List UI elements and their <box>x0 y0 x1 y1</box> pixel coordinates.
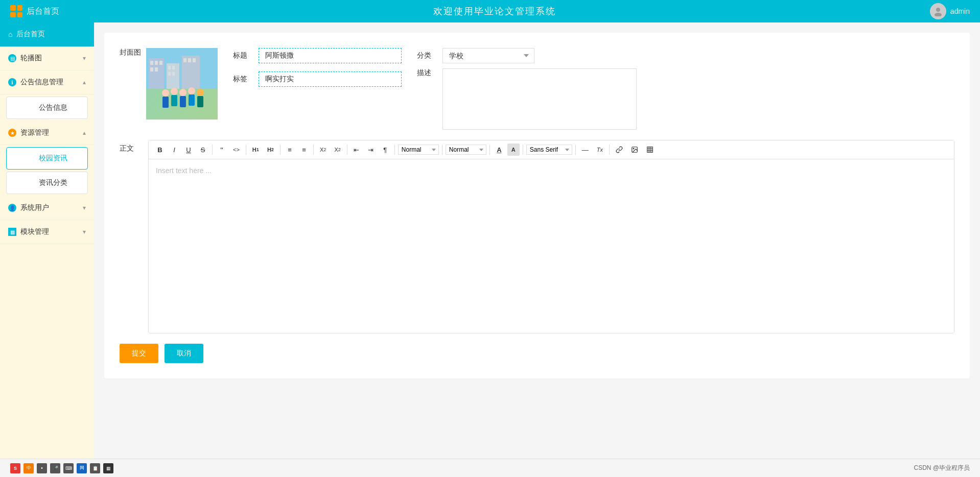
notice-icon: ℹ <box>8 78 16 86</box>
svg-point-31 <box>633 148 634 149</box>
toolbar-underline[interactable]: U <box>182 144 195 156</box>
user-icon: 👤 <box>8 204 16 212</box>
sidebar-item-home[interactable]: ⌂ 后台首页 <box>0 22 94 46</box>
home-nav-label: 后台首页 <box>27 6 59 17</box>
title-input[interactable] <box>259 48 402 63</box>
sidebar-item-carousel[interactable]: ▤ 轮播图 ▾ <box>0 46 94 70</box>
toolbar-align-left[interactable]: ⇤ <box>351 144 363 156</box>
svg-rect-15 <box>183 58 186 62</box>
svg-rect-12 <box>168 72 171 76</box>
toolbar-italic[interactable]: I <box>168 144 180 156</box>
svg-point-20 <box>162 89 169 97</box>
footer-icon-zh: 中 <box>24 463 34 473</box>
cancel-button[interactable]: 取消 <box>165 344 203 363</box>
category-group: 分类 学校 社会 生活 科技 <box>417 48 954 63</box>
toolbar-font-color[interactable]: A <box>493 144 505 156</box>
header-user: admin <box>930 3 970 19</box>
svg-rect-16 <box>188 58 191 62</box>
carousel-icon: ▤ <box>8 54 16 62</box>
toolbar-image[interactable] <box>628 144 641 156</box>
sidebar: ⌂ 后台首页 ▤ 轮播图 ▾ ℹ 公告信息管理 ▴ 公告信息 ★ <box>0 22 94 459</box>
category-select[interactable]: 学校 社会 生活 科技 <box>442 48 534 63</box>
sidebar-item-module[interactable]: ▦ 模块管理 ▾ <box>0 220 94 244</box>
svg-point-28 <box>197 89 204 96</box>
svg-rect-6 <box>159 61 162 65</box>
toolbar-align-right[interactable]: ⇥ <box>365 144 377 156</box>
sep6 <box>394 145 395 155</box>
toolbar-size-select2[interactable]: Normal Small Large <box>446 145 486 155</box>
cover-image[interactable] <box>146 48 218 120</box>
footer-icon-net: 网 <box>77 463 87 473</box>
toolbar-strike[interactable]: S <box>197 144 209 156</box>
header: 后台首页 欢迎使用毕业论文管理系统 admin <box>0 0 980 22</box>
chevron-down-icon2: ▾ <box>83 204 86 211</box>
toolbar-font-bg[interactable]: A <box>507 144 520 156</box>
toolbar-link[interactable] <box>613 144 626 156</box>
header-logo[interactable]: 后台首页 <box>10 5 59 17</box>
toolbar-hr[interactable]: — <box>579 144 592 156</box>
editor-toolbar: B I U S " <> H1 H2 ≡ ≡ <box>149 140 954 159</box>
svg-rect-29 <box>197 96 203 107</box>
cover-label: 封面图 <box>120 48 141 57</box>
editor-container: B I U S " <> H1 H2 ≡ ≡ <box>148 140 954 333</box>
svg-rect-17 <box>193 58 196 62</box>
svg-rect-8 <box>155 67 158 71</box>
module-icon: ▦ <box>8 228 16 236</box>
toolbar-ul[interactable]: ≡ <box>298 144 310 156</box>
toolbar-quote[interactable]: " <box>216 144 228 156</box>
avatar <box>930 3 946 19</box>
content-section: 正文 B I U S " <> H1 <box>120 140 954 333</box>
footer-copyright: CSDN @毕业程序员 <box>914 464 970 472</box>
chevron-down-icon: ▾ <box>83 55 86 62</box>
svg-point-26 <box>188 87 195 94</box>
editor-body[interactable]: Insert text here ... <box>149 159 954 333</box>
toolbar-table[interactable] <box>643 144 657 156</box>
toolbar-code[interactable]: <> <box>230 144 243 156</box>
footer-icon-grid: ▦ <box>103 463 113 473</box>
sidebar-item-notice[interactable]: ℹ 公告信息管理 ▴ <box>0 70 94 94</box>
toolbar-h2[interactable]: H2 <box>264 144 277 156</box>
svg-rect-11 <box>172 66 175 69</box>
svg-rect-4 <box>150 61 153 65</box>
toolbar-bold[interactable]: B <box>154 144 166 156</box>
username: admin <box>950 7 970 15</box>
middle-fields: 标题 标签 <box>233 48 402 87</box>
toolbar-ol[interactable]: ≡ <box>284 144 296 156</box>
svg-rect-32 <box>647 147 653 153</box>
header-title: 欢迎使用毕业论文管理系统 <box>433 5 556 17</box>
sidebar-item-campus-news[interactable]: 校园资讯 <box>6 147 88 170</box>
tags-label: 标签 <box>233 75 253 84</box>
toolbar-size-select1[interactable]: Normal Small Large <box>398 145 439 155</box>
sidebar-item-resource[interactable]: ★ 资源管理 ▴ <box>0 121 94 145</box>
form-container: 封面图 <box>104 33 970 378</box>
sep2 <box>246 145 246 155</box>
sidebar-item-notice-info[interactable]: 公告信息 <box>6 97 88 119</box>
toolbar-sup[interactable]: X2 <box>331 144 343 156</box>
footer-icon-mic: 🎤 <box>50 463 60 473</box>
svg-rect-25 <box>180 96 186 107</box>
main-content: 封面图 <box>94 22 980 459</box>
tags-input[interactable] <box>259 71 402 87</box>
home-icon: ⌂ <box>8 30 12 38</box>
sep3 <box>280 145 281 155</box>
svg-rect-10 <box>168 66 171 69</box>
svg-rect-21 <box>162 97 169 108</box>
chevron-up-icon2: ▴ <box>83 129 86 136</box>
desc-textarea[interactable] <box>442 68 637 130</box>
toolbar-h1[interactable]: H1 <box>249 144 262 156</box>
sidebar-module-label: 模块管理 <box>20 227 49 236</box>
tags-group: 标签 <box>233 71 402 87</box>
logo-icon <box>10 5 22 17</box>
toolbar-font-select[interactable]: Sans Serif Serif Monospace <box>526 145 572 155</box>
toolbar-indent[interactable]: ¶ <box>379 144 391 156</box>
chevron-down-icon3: ▾ <box>83 228 86 235</box>
svg-point-0 <box>936 8 940 12</box>
sep5 <box>347 145 347 155</box>
editor-wrapper: B I U S " <> H1 H2 ≡ ≡ <box>148 140 954 333</box>
submit-button[interactable]: 提交 <box>120 344 158 363</box>
sidebar-item-news-cat[interactable]: 资讯分类 <box>6 172 88 194</box>
svg-point-22 <box>171 88 178 95</box>
sidebar-item-sysuser[interactable]: 👤 系统用户 ▾ <box>0 196 94 220</box>
toolbar-clear[interactable]: Tx <box>594 144 606 156</box>
toolbar-sub[interactable]: X2 <box>317 144 329 156</box>
